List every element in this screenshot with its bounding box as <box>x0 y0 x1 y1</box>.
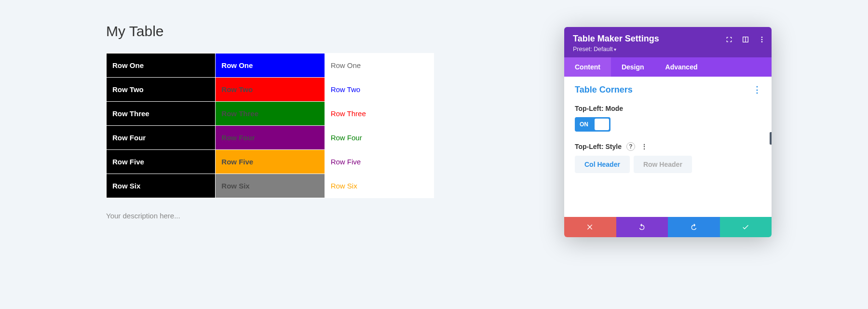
row-header-cell: Row One <box>107 54 215 77</box>
resize-handle[interactable] <box>770 132 772 145</box>
color-cell: Row Six <box>216 174 324 198</box>
svg-point-1 <box>761 39 763 40</box>
row-header-cell: Row Six <box>107 174 215 198</box>
text-color-cell: Row Six <box>325 174 434 198</box>
table-row: Row FourRow FourRow Four <box>107 126 434 149</box>
expand-icon[interactable] <box>725 36 733 43</box>
style-option-col-header[interactable]: Col Header <box>575 156 630 173</box>
preview-table: Row OneRow OneRow OneRow TwoRow TwoRow T… <box>106 53 434 198</box>
table-row: Row ThreeRow ThreeRow Three <box>107 102 434 125</box>
color-cell: Row Two <box>216 78 324 101</box>
tabs: Content Design Advanced <box>564 57 772 77</box>
style-button-group: Col Header Row Header <box>575 156 761 173</box>
tab-advanced[interactable]: Advanced <box>655 57 708 77</box>
settings-panel: Table Maker Settings Preset: Default Con… <box>564 27 772 237</box>
color-cell: Row Four <box>216 126 324 149</box>
row-header-cell: Row Three <box>107 102 215 125</box>
section-menu-icon[interactable]: ⋮ <box>753 84 761 95</box>
preset-dropdown[interactable]: Preset: Default <box>573 46 763 53</box>
svg-point-0 <box>761 37 763 38</box>
tab-content[interactable]: Content <box>564 57 611 77</box>
tab-design[interactable]: Design <box>611 57 655 77</box>
color-cell: Row Three <box>216 102 324 125</box>
toggle-knob <box>595 119 609 130</box>
field-top-left-style: Top-Left: Style ? ⋮ Col Header Row Heade… <box>575 142 761 173</box>
text-color-cell: Row One <box>325 54 434 77</box>
panel-footer <box>564 217 772 237</box>
toggle-on-label: ON <box>575 121 588 128</box>
svg-point-2 <box>761 41 763 42</box>
more-icon[interactable] <box>758 36 766 43</box>
table-title: My Table <box>106 23 434 40</box>
field-mode-label: Top-Left: Mode <box>575 105 761 112</box>
table-row: Row OneRow OneRow One <box>107 54 434 77</box>
cancel-button[interactable] <box>564 217 616 237</box>
text-color-cell: Row Five <box>325 150 434 174</box>
row-header-cell: Row Two <box>107 78 215 101</box>
undo-button[interactable] <box>616 217 668 237</box>
header-icon-row <box>725 36 766 43</box>
table-row: Row TwoRow TwoRow Two <box>107 78 434 101</box>
section-header[interactable]: Table Corners ⋮ <box>575 84 761 95</box>
toggle-top-left-mode[interactable]: ON <box>575 117 610 132</box>
panel-header[interactable]: Table Maker Settings Preset: Default <box>564 27 772 57</box>
section-title: Table Corners <box>575 85 633 95</box>
text-color-cell: Row Three <box>325 102 434 125</box>
style-option-row-header[interactable]: Row Header <box>634 156 692 173</box>
row-header-cell: Row Four <box>107 126 215 149</box>
snap-icon[interactable] <box>742 36 749 43</box>
table-description: Your description here... <box>106 212 434 220</box>
table-row: Row SixRow SixRow Six <box>107 174 434 198</box>
panel-body: Table Corners ⋮ Top-Left: Mode ON Top-Le… <box>564 77 772 217</box>
field-style-label: Top-Left: Style ? ⋮ <box>575 142 761 151</box>
table-row: Row FiveRow FiveRow Five <box>107 150 434 174</box>
redo-button[interactable] <box>668 217 720 237</box>
row-header-cell: Row Five <box>107 150 215 174</box>
text-color-cell: Row Two <box>325 78 434 101</box>
color-cell: Row Five <box>216 150 324 174</box>
text-color-cell: Row Four <box>325 126 434 149</box>
canvas-preview: My Table Row OneRow OneRow OneRow TwoRow… <box>106 23 434 220</box>
field-style-label-text: Top-Left: Style <box>575 143 622 150</box>
field-top-left-mode: Top-Left: Mode ON <box>575 105 761 132</box>
help-icon[interactable]: ? <box>626 142 635 151</box>
field-menu-icon[interactable]: ⋮ <box>640 142 649 151</box>
save-button[interactable] <box>720 217 772 237</box>
color-cell: Row One <box>216 54 324 77</box>
